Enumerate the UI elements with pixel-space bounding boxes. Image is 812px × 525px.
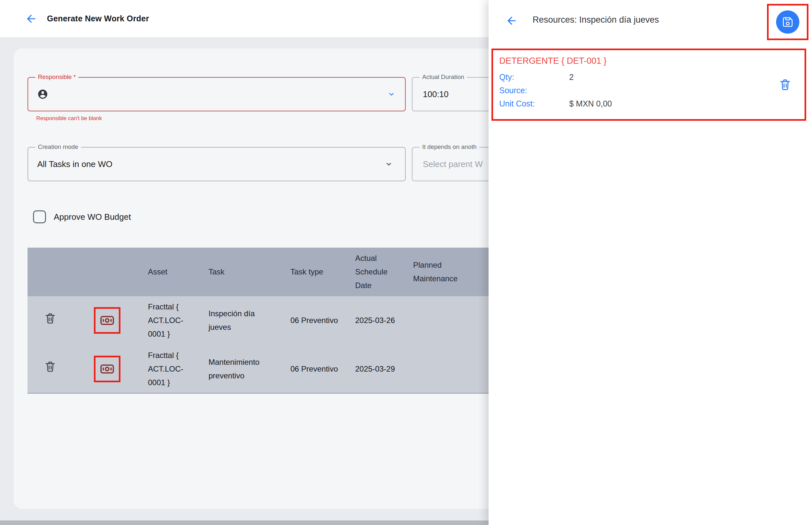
col-header-actual-schedule-date: Actual Schedule Date: [349, 247, 407, 296]
cell-planned-maintenance: [407, 296, 489, 345]
save-icon: [782, 16, 794, 28]
responsible-select[interactable]: Responsible *: [28, 77, 406, 111]
delete-task-icon[interactable]: [44, 312, 56, 325]
chevron-down-icon[interactable]: [387, 90, 396, 99]
drawer-header: Resources: Inspeción día jueves: [489, 0, 812, 42]
cell-task-type: 06 Preventivo: [284, 296, 349, 345]
cell-actual-schedule-date: 2025-03-26: [349, 296, 407, 345]
approve-budget-row: Approve WO Budget: [33, 210, 131, 223]
creation-mode-select[interactable]: Creation mode All Tasks in one WO: [28, 147, 406, 181]
creation-mode-value: All Tasks in one WO: [37, 159, 112, 169]
arrow-left-icon: [505, 15, 518, 27]
col-header-asset: Asset: [142, 247, 202, 296]
save-button[interactable]: [776, 10, 799, 34]
resource-item: DETERGENTE { DET-001 } Qty: 2 Source: Un…: [491, 48, 806, 121]
responsible-label: Responsible *: [35, 74, 78, 80]
resources-drawer: Resources: Inspeción día jueves DETERGEN…: [489, 0, 812, 525]
cell-planned-maintenance: [407, 345, 489, 393]
creation-mode-label: Creation mode: [35, 144, 81, 150]
resource-field-label: Unit Cost:: [499, 99, 569, 108]
cell-task-type: 06 Preventivo: [284, 345, 349, 393]
annotation-box: [767, 4, 809, 40]
cell-asset: Fracttal { ACT.LOC-0001 }: [142, 345, 202, 393]
delete-resource-icon[interactable]: [779, 78, 792, 91]
approve-budget-checkbox[interactable]: [33, 210, 46, 223]
arrow-left-icon: [25, 13, 37, 25]
col-header-delete: [28, 247, 73, 296]
person-icon: [37, 89, 48, 100]
resource-field-label: Source:: [499, 86, 569, 95]
chevron-down-icon[interactable]: [384, 160, 393, 169]
resources-icon[interactable]: [99, 361, 115, 377]
resource-field-value: 2: [569, 73, 797, 82]
col-header-task: Task: [202, 247, 284, 296]
horizontal-scrollbar[interactable]: [0, 521, 489, 525]
col-header-planned-maintenance: Planned Maintenance: [407, 247, 489, 296]
resource-field-value: $ MXN 0,00: [569, 99, 797, 108]
responsible-error-text: Responsible can't be blank: [36, 115, 102, 122]
drawer-back-icon[interactable]: [505, 15, 518, 27]
drawer-title: Resources: Inspeción día jueves: [533, 15, 659, 25]
resource-field-label: Qty:: [499, 73, 569, 82]
resource-name: DETERGENTE { DET-001 }: [499, 56, 797, 66]
cell-task: Inspeción día jueves: [202, 296, 284, 345]
annotation-box: [94, 356, 120, 382]
actual-duration-label: Actual Duration: [419, 74, 467, 80]
back-icon[interactable]: [25, 13, 37, 25]
page-title: Generate New Work Order: [47, 14, 149, 23]
resources-icon[interactable]: [99, 313, 115, 328]
cell-asset: Fracttal { ACT.LOC-0001 }: [142, 296, 202, 345]
cell-actual-schedule-date: 2025-03-29: [349, 345, 407, 393]
actual-duration-value: 100:10: [423, 89, 449, 99]
cell-task: Mantenimiento preventivo: [202, 345, 284, 393]
resource-fields: Qty: 2 Source: Unit Cost: $ MXN 0,00: [499, 71, 797, 110]
col-header-resources: [73, 247, 142, 296]
approve-budget-label: Approve WO Budget: [54, 212, 131, 222]
col-header-task-type: Task type: [284, 247, 349, 296]
annotation-box: [94, 307, 120, 334]
delete-task-icon[interactable]: [44, 361, 56, 373]
